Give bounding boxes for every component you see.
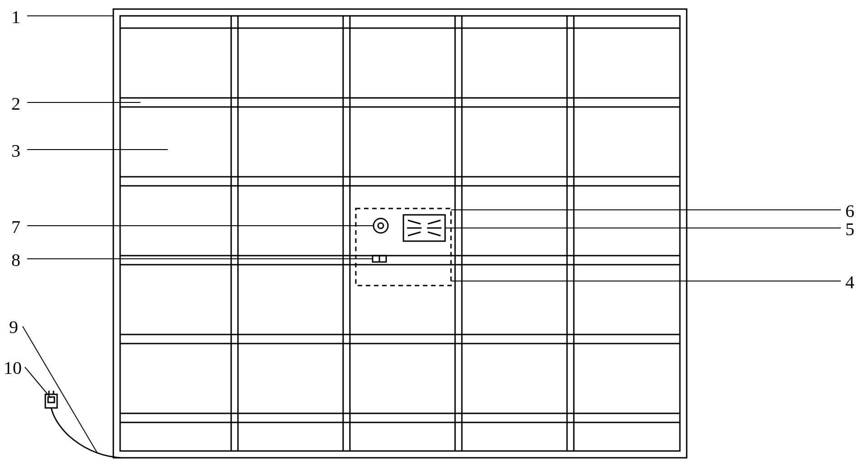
svg-rect-0: [113, 9, 687, 458]
callout-10: 10: [4, 357, 22, 378]
svg-line-45: [23, 326, 97, 453]
svg-line-46: [25, 367, 51, 398]
callout-8: 8: [11, 249, 20, 271]
callout-7: 7: [11, 216, 20, 238]
callout-5: 5: [845, 218, 854, 240]
callout-1: 1: [11, 6, 20, 28]
svg-rect-34: [48, 397, 54, 402]
callout-3: 3: [11, 140, 20, 161]
callout-2: 2: [11, 93, 20, 114]
callout-9: 9: [9, 316, 18, 338]
diagram-canvas: 1 2 3 7 8 6 5 4 9 10: [0, 0, 868, 475]
svg-line-25: [408, 220, 421, 224]
svg-point-23: [378, 223, 383, 228]
svg-line-30: [428, 232, 441, 236]
svg-line-26: [428, 220, 441, 224]
svg-point-22: [373, 218, 388, 233]
callout-4: 4: [845, 271, 854, 293]
technical-drawing: [0, 0, 868, 475]
svg-rect-1: [120, 16, 680, 451]
svg-line-29: [408, 232, 421, 236]
